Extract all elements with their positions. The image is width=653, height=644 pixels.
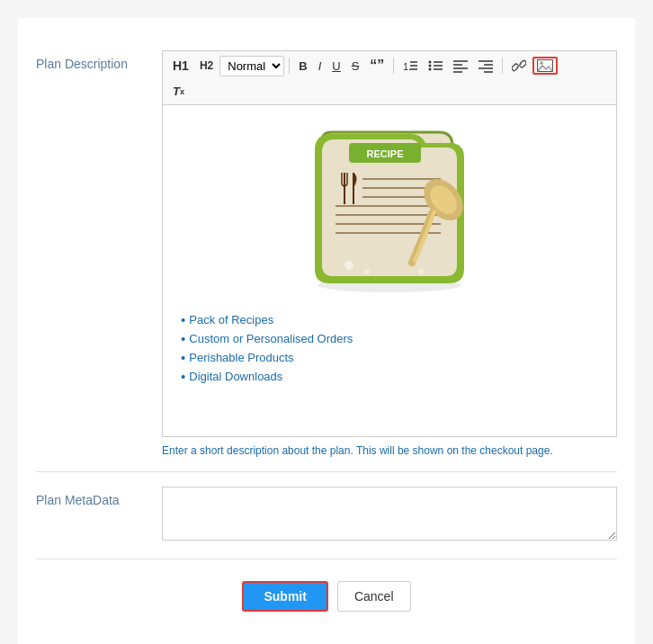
plan-metadata-row: Plan MetaData bbox=[36, 472, 617, 559]
toolbar-row-1: H1 H2 Normal B I U S “” 1. bbox=[168, 55, 611, 76]
content-bullet-list: Pack of RecipesCustom or Personalised Or… bbox=[172, 312, 607, 384]
align-right-icon bbox=[479, 58, 493, 73]
recipe-card-svg: RECIPE bbox=[295, 123, 484, 294]
editor-toolbar-row2: Tx bbox=[162, 80, 617, 104]
list-item: Pack of Recipes bbox=[181, 312, 598, 327]
image-button[interactable] bbox=[532, 57, 558, 75]
link-icon bbox=[512, 58, 526, 73]
cancel-button[interactable]: Cancel bbox=[337, 581, 411, 612]
underline-button[interactable]: U bbox=[327, 57, 344, 76]
list-item: Perishable Products bbox=[181, 350, 598, 365]
plan-metadata-label: Plan MetaData bbox=[36, 487, 162, 510]
hint-text-prefix: Enter a short description about the plan… bbox=[162, 444, 356, 457]
link-button[interactable] bbox=[507, 56, 531, 76]
plan-description-content: H1 H2 Normal B I U S “” 1. bbox=[162, 50, 617, 457]
hint-text-link: This will be shown on the checkout page. bbox=[356, 444, 553, 457]
editor-toolbar-row1: H1 H2 Normal B I U S “” 1. bbox=[162, 50, 617, 80]
svg-point-4 bbox=[429, 61, 432, 64]
separator-2 bbox=[393, 58, 394, 74]
hint-text: Enter a short description about the plan… bbox=[162, 444, 617, 457]
metadata-input[interactable] bbox=[162, 487, 617, 541]
page-container: Plan Description H1 H2 Normal B I U S “” bbox=[18, 18, 635, 644]
svg-point-20 bbox=[541, 61, 544, 65]
align-right-button[interactable] bbox=[474, 56, 497, 76]
separator-3 bbox=[502, 58, 503, 74]
format-select[interactable]: Normal bbox=[219, 56, 284, 76]
svg-rect-19 bbox=[538, 60, 553, 72]
buttons-row: Submit Cancel bbox=[36, 559, 617, 621]
strikethrough-button[interactable]: S bbox=[347, 57, 364, 76]
unordered-list-button[interactable] bbox=[424, 56, 447, 76]
h1-button[interactable]: H1 bbox=[168, 56, 193, 76]
separator-1 bbox=[289, 58, 290, 74]
bold-button[interactable]: B bbox=[294, 57, 311, 76]
svg-point-37 bbox=[344, 261, 353, 270]
svg-point-38 bbox=[364, 269, 370, 274]
svg-point-39 bbox=[418, 269, 424, 274]
editor-area[interactable]: RECIPE bbox=[162, 104, 617, 437]
align-left-icon bbox=[453, 58, 468, 73]
h2-button[interactable]: H2 bbox=[195, 57, 218, 75]
recipe-image-container: RECIPE bbox=[172, 123, 607, 294]
svg-point-6 bbox=[429, 68, 432, 71]
plan-metadata-content bbox=[162, 487, 617, 544]
image-icon bbox=[537, 59, 553, 72]
align-left-button[interactable] bbox=[449, 56, 472, 76]
clear-formatting-button[interactable]: Tx bbox=[168, 82, 189, 101]
list-item: Digital Downloads bbox=[181, 369, 598, 384]
italic-button[interactable]: I bbox=[314, 57, 326, 76]
list-item: Custom or Personalised Orders bbox=[181, 331, 598, 346]
quote-button[interactable]: “” bbox=[365, 55, 389, 76]
submit-button[interactable]: Submit bbox=[242, 581, 327, 612]
svg-text:RECIPE: RECIPE bbox=[367, 148, 404, 159]
svg-text:1.: 1. bbox=[403, 61, 411, 72]
svg-point-5 bbox=[429, 65, 432, 67]
ordered-list-button[interactable]: 1. bbox=[398, 56, 422, 76]
ol-icon: 1. bbox=[403, 58, 417, 73]
ul-icon bbox=[428, 58, 443, 73]
plan-description-row: Plan Description H1 H2 Normal B I U S “” bbox=[36, 36, 617, 472]
plan-description-label: Plan Description bbox=[36, 50, 162, 74]
